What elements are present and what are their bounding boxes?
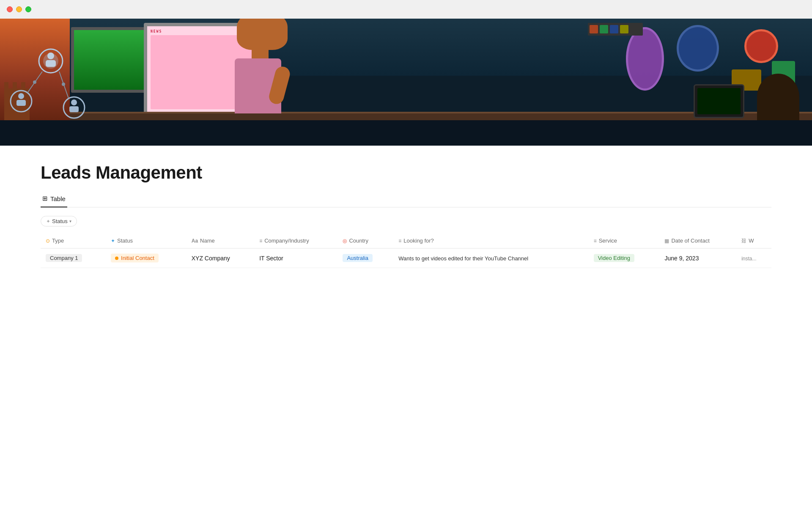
filter-status-icon: ✦ [46, 218, 50, 224]
col-type: ⊙ Type [41, 233, 106, 248]
titlebar [0, 0, 812, 19]
type-badge: Company 1 [46, 254, 82, 262]
svg-point-2 [47, 52, 54, 59]
service-col-label: Service [599, 237, 617, 244]
row-company-value: IT Sector [259, 255, 283, 262]
pixel-console [694, 84, 744, 118]
row-looking-value: Wants to get videos edited for their You… [398, 255, 528, 262]
col-status: ✦ Status [106, 233, 187, 248]
looking-col-label: Looking for? [403, 237, 434, 244]
filter-chevron-icon: ▾ [69, 219, 71, 224]
page-content: Leads Management ⊞ Table ✦ Status ▾ ⊙ Ty… [0, 146, 812, 268]
network-svg-icon [0, 27, 102, 146]
type-col-label: Type [52, 237, 64, 244]
date-col-label: Date of Contact [671, 237, 709, 244]
minimize-button[interactable] [16, 6, 22, 12]
tab-table-label: Table [50, 195, 66, 202]
deco-oval-purple [626, 27, 664, 91]
tab-table[interactable]: ⊞ Table [41, 191, 67, 207]
service-col-icon: ≡ [594, 238, 597, 244]
company-col-label: Company/Industry [264, 237, 309, 244]
row-link-value: insta... [741, 256, 756, 262]
table-header: ⊙ Type ✦ Status Aa Name [41, 233, 771, 248]
svg-point-8 [71, 99, 77, 105]
name-col-label: Name [200, 237, 215, 244]
svg-point-11 [33, 80, 36, 84]
console-screen [697, 88, 741, 114]
pixel-speaker [757, 74, 799, 120]
table-icon: ⊞ [42, 195, 48, 202]
looking-col-icon: ≡ [398, 238, 401, 244]
svg-rect-3 [46, 60, 56, 67]
shelf-item-2 [600, 25, 608, 33]
row-date-cell: June 9, 2023 [659, 248, 736, 268]
status-label: Initial Contact [121, 255, 154, 261]
col-link: ⛓ W [736, 233, 771, 248]
status-col-icon: ✦ [111, 238, 115, 244]
col-service: ≡ Service [589, 233, 660, 248]
filter-status-label: Status [52, 218, 68, 224]
row-status-cell: Initial Contact [106, 248, 187, 268]
row-type-cell: Company 1 [41, 248, 106, 268]
table-row: Company 1 Initial Contact XYZ Company IT… [41, 248, 771, 268]
row-service-cell: Video Editing [589, 248, 660, 268]
header-row: ⊙ Type ✦ Status Aa Name [41, 233, 771, 248]
link-col-icon: ⛓ [741, 238, 746, 244]
svg-rect-6 [16, 100, 26, 106]
col-name: Aa Name [187, 233, 254, 248]
status-col-label: Status [117, 237, 133, 244]
row-company-cell: IT Sector [254, 248, 337, 268]
page-title: Leads Management [41, 146, 771, 191]
deco-oval-blue [677, 25, 719, 72]
svg-point-13 [62, 83, 65, 86]
company-col-icon: ≡ [259, 238, 262, 244]
status-badge: Initial Contact [111, 254, 159, 262]
link-col-label: W [749, 237, 754, 244]
shelf-item-1 [590, 25, 598, 33]
hero-banner: NEWS [0, 19, 812, 146]
name-col-icon: Aa [192, 238, 198, 244]
col-country: ◎ Country [337, 233, 393, 248]
status-dot [115, 257, 118, 260]
shelf-item-4 [620, 25, 628, 33]
type-col-icon: ⊙ [46, 238, 50, 244]
shelf-top [588, 23, 643, 36]
tabs-row: ⊞ Table [41, 191, 771, 207]
row-name-value: XYZ Company [192, 255, 230, 262]
char-neck [252, 50, 269, 58]
row-link-cell: insta... [736, 248, 771, 268]
col-date: ▦ Date of Contact [659, 233, 736, 248]
col-looking: ≡ Looking for? [393, 233, 588, 248]
svg-rect-9 [69, 106, 79, 112]
maximize-button[interactable] [25, 6, 31, 12]
row-looking-cell: Wants to get videos edited for their You… [393, 248, 588, 268]
char-torso [235, 58, 281, 113]
leads-table: ⊙ Type ✦ Status Aa Name [41, 233, 771, 268]
table-body: Company 1 Initial Contact XYZ Company IT… [41, 248, 771, 268]
row-date-value: June 9, 2023 [664, 255, 699, 262]
row-name-cell: XYZ Company [187, 248, 254, 268]
pixel-character [233, 19, 288, 113]
deco-circle-red [744, 29, 778, 63]
row-country-cell: Australia [337, 248, 393, 268]
close-button[interactable] [7, 6, 13, 12]
char-face [237, 19, 288, 50]
country-col-label: Country [349, 237, 368, 244]
pixel-floor [0, 120, 812, 146]
filter-row: ✦ Status ▾ [41, 216, 771, 226]
country-tag: Australia [343, 254, 373, 262]
svg-point-5 [18, 93, 24, 99]
country-col-icon: ◎ [343, 238, 347, 244]
col-company: ≡ Company/Industry [254, 233, 337, 248]
date-col-icon: ▦ [664, 238, 669, 244]
shelf-item-3 [610, 25, 618, 33]
filter-status[interactable]: ✦ Status ▾ [41, 216, 77, 226]
table-wrapper: ⊙ Type ✦ Status Aa Name [41, 233, 771, 268]
service-tag: Video Editing [594, 254, 634, 262]
